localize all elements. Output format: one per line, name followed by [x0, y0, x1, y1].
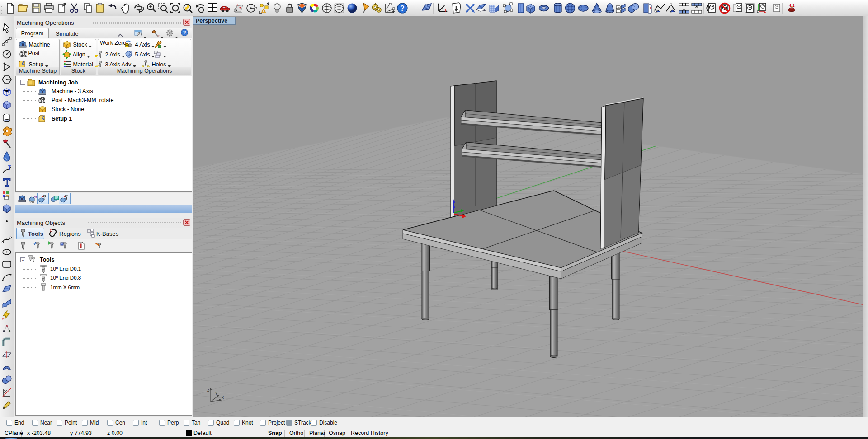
- svg-text:4.2: 4.2: [789, 3, 795, 8]
- svg-text:?: ?: [183, 30, 186, 35]
- svg-text:z: z: [207, 388, 209, 392]
- svg-text:x: x: [222, 395, 224, 400]
- svg-text:y: y: [215, 390, 217, 395]
- svg-text:?: ?: [400, 5, 405, 12]
